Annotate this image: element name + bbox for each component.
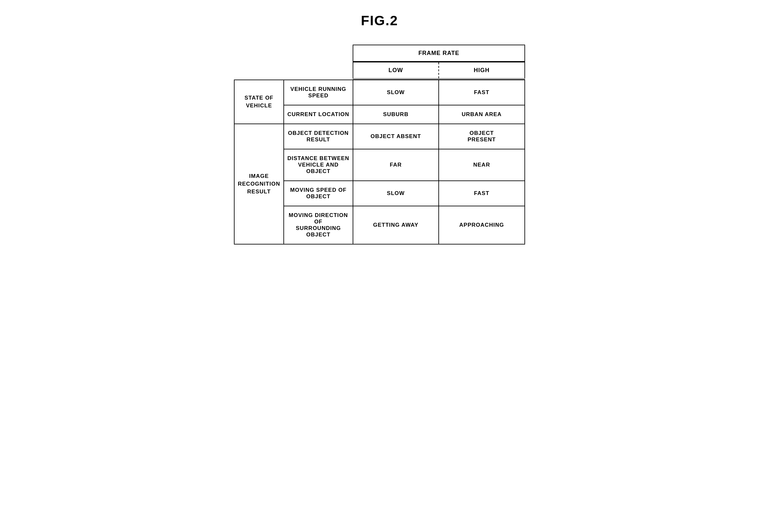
object-present-value: OBJECT PRESENT (439, 124, 525, 149)
high-label: HIGH (439, 62, 525, 79)
table-row: IMAGE RECOGNITION RESULT OBJECT DETECTIO… (234, 124, 525, 149)
suburb-value: SUBURB (353, 105, 439, 124)
fast-1-value: FAST (439, 80, 525, 105)
object-detection-result-label: OBJECT DETECTION RESULT (284, 124, 353, 149)
near-value: NEAR (439, 149, 525, 181)
approaching-value: APPROACHING (439, 206, 525, 244)
object-absent-value: OBJECT ABSENT (353, 124, 439, 149)
vehicle-running-speed-label: VEHICLE RUNNING SPEED (284, 80, 353, 105)
figure-title: FIG.2 (361, 13, 398, 28)
getting-away-value: GETTING AWAY (353, 206, 439, 244)
low-label: LOW (353, 62, 439, 79)
table-row: STATE OF VEHICLE VEHICLE RUNNING SPEED S… (234, 80, 525, 105)
current-location-label: CURRENT LOCATION (284, 105, 353, 124)
image-recognition-result-label: IMAGE RECOGNITION RESULT (234, 124, 284, 244)
frame-rate-header-row: FRAME RATE (234, 45, 525, 61)
frame-rate-label: FRAME RATE (353, 45, 525, 61)
main-table: FRAME RATE LOW HIGH (234, 45, 525, 245)
moving-direction-label: MOVING DIRECTION OF SURROUNDING OBJECT (284, 206, 353, 244)
slow-2-value: SLOW (353, 181, 439, 206)
slow-1-value: SLOW (353, 80, 439, 105)
low-high-subheader-row: LOW HIGH (234, 62, 525, 79)
state-of-vehicle-label: STATE OF VEHICLE (234, 80, 284, 124)
distance-label: DISTANCE BETWEEN VEHICLE AND OBJECT (284, 149, 353, 181)
urban-area-value: URBAN AREA (439, 105, 525, 124)
moving-speed-label: MOVING SPEED OF OBJECT (284, 181, 353, 206)
table-wrapper: FRAME RATE LOW HIGH (234, 45, 525, 245)
far-value: FAR (353, 149, 439, 181)
page-container: FIG.2 FRAME RATE (234, 13, 525, 245)
fast-2-value: FAST (439, 181, 525, 206)
